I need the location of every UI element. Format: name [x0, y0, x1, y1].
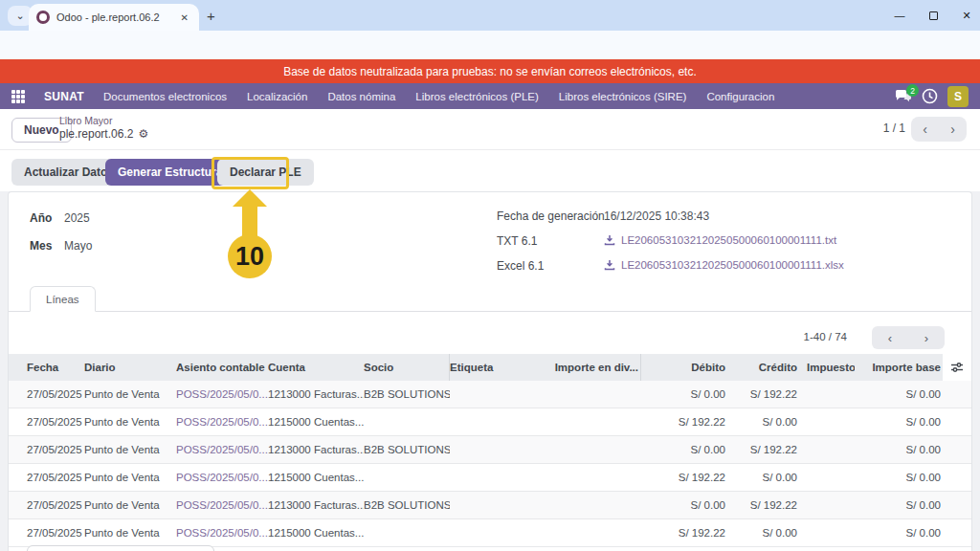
cell-cuenta: 1213000 Facturas...: [268, 444, 364, 455]
cell-credito: S/ 0.00: [727, 527, 799, 539]
cell-credito: S/ 192.22: [727, 388, 799, 400]
column-header-credito[interactable]: Crédito: [727, 362, 799, 373]
navbar-menu-item[interactable]: Configuracion: [706, 91, 774, 102]
navbar-menu: Documentos electronicosLocalizaciónDatos…: [103, 91, 876, 102]
column-header-etiqueta[interactable]: Etiqueta: [450, 362, 550, 373]
cell-asiento-link[interactable]: POSS/2025/05/0...: [176, 444, 268, 455]
table-row[interactable]: 27/05/2025 Punto de Venta POSS/2025/05/0…: [9, 408, 971, 436]
txt-file-label: TXT 6.1: [497, 234, 537, 248]
lines-pager-next-icon[interactable]: ›: [908, 326, 945, 349]
cell-credito: S/ 192.22: [727, 444, 799, 455]
excel-file-link[interactable]: LE2060531032120250500060100001111.xlsx: [604, 259, 844, 271]
cell-socio: B2B SOLUTIONS ...: [364, 499, 450, 511]
cell-credito: S/ 192.22: [727, 499, 799, 511]
chat-badge: 2: [906, 84, 919, 97]
record-pager-count: 1 / 1: [883, 121, 905, 135]
column-header-importe-base[interactable]: Importe base: [855, 362, 943, 373]
browser-titlebar: ⌄ Odoo - ple.report.06.2 ✕ + — ✕: [0, 0, 980, 31]
column-header-impuesto[interactable]: Impuesto: [799, 362, 855, 373]
month-value[interactable]: Mayo: [64, 239, 92, 253]
browser-tab[interactable]: Odoo - ple.report.06.2 ✕: [29, 4, 199, 31]
window-maximize-button[interactable]: [919, 5, 947, 26]
txt-file-link[interactable]: LE2060531032120250500060100001111.txt: [604, 234, 836, 246]
cell-diario: Punto de Venta: [84, 499, 176, 511]
column-header-diario[interactable]: Diario: [84, 362, 176, 373]
navbar-menu-item[interactable]: Libros electrónicos (SIRE): [559, 91, 687, 102]
navbar-menu-item[interactable]: Localización: [247, 91, 307, 102]
new-tab-button[interactable]: +: [207, 8, 215, 24]
cell-asiento-link[interactable]: POSS/2025/05/0...: [176, 472, 268, 483]
year-value[interactable]: 2025: [64, 211, 90, 225]
cell-importe-base: S/ 0.00: [855, 527, 943, 539]
cell-diario: Punto de Venta: [84, 472, 176, 483]
user-avatar[interactable]: S: [947, 86, 969, 107]
cell-importe-base: S/ 0.00: [855, 499, 943, 511]
month-label: Mes: [30, 239, 52, 253]
partial-next-row: [27, 545, 214, 551]
cell-fecha: 27/05/2025: [27, 527, 84, 539]
cell-diario: Punto de Venta: [84, 388, 176, 400]
table-header: Fecha Diario Asiento contable Cuenta Soc…: [9, 354, 971, 381]
column-header-cuenta[interactable]: Cuenta: [268, 362, 364, 373]
lines-pager-prev-icon[interactable]: ‹: [872, 326, 908, 349]
cell-fecha: 27/05/2025: [27, 499, 84, 511]
cell-credito: S/ 0.00: [727, 472, 799, 483]
navbar-menu-item[interactable]: Libros electrónicos (PLE): [415, 91, 538, 102]
record-settings-gear-icon[interactable]: ⚙: [138, 127, 148, 142]
table-row[interactable]: 27/05/2025 Punto de Venta POSS/2025/05/0…: [9, 519, 971, 547]
action-buttons-row: Actualizar Datos Generar Estructuras Dec…: [0, 150, 980, 191]
activities-clock-icon[interactable]: [922, 88, 938, 104]
cell-asiento-link[interactable]: POSS/2025/05/0...: [176, 416, 268, 428]
file-download-icon[interactable]: [604, 234, 615, 246]
column-header-socio[interactable]: Socio: [364, 354, 450, 381]
cell-debito: S/ 192.22: [641, 527, 727, 539]
tab-close-icon[interactable]: ✕: [178, 11, 191, 24]
cell-asiento-link[interactable]: POSS/2025/05/0...: [176, 388, 268, 400]
notebook-divider: [9, 311, 971, 312]
cell-cuenta: 1215000 Cuentas...: [268, 527, 364, 539]
cell-asiento-link[interactable]: POSS/2025/05/0...: [176, 499, 268, 511]
column-header-debito[interactable]: Débito: [641, 362, 727, 373]
cell-importe-base: S/ 0.00: [855, 444, 943, 455]
cell-debito: S/ 192.22: [641, 472, 727, 483]
cell-cuenta: 1213000 Facturas...: [268, 388, 364, 400]
lines-pager: ‹ ›: [872, 326, 945, 349]
window-minimize-button[interactable]: —: [885, 5, 914, 26]
lines-pager-count: 1-40 / 74: [804, 331, 847, 342]
table-row[interactable]: 27/05/2025 Punto de Venta POSS/2025/05/0…: [9, 381, 971, 408]
table-body: 27/05/2025 Punto de Venta POSS/2025/05/0…: [9, 381, 971, 547]
breadcrumb-active: ple.report.06.2: [59, 127, 133, 142]
column-header-importe-div[interactable]: Importe en div...: [550, 354, 641, 381]
cell-diario: Punto de Venta: [84, 416, 176, 428]
file-download-icon[interactable]: [604, 259, 615, 271]
column-header-asiento[interactable]: Asiento contable: [176, 362, 268, 373]
browser-toolbar: ← → ↻ democontable17.solse.pe/web#cids=1…: [0, 31, 980, 59]
column-settings-icon[interactable]: [943, 354, 971, 381]
navbar-menu-item[interactable]: Documentos electronicos: [103, 91, 227, 102]
cell-asiento-link[interactable]: POSS/2025/05/0...: [176, 527, 268, 539]
navbar-menu-item[interactable]: Datos nómina: [327, 91, 395, 102]
table-row[interactable]: 27/05/2025 Punto de Venta POSS/2025/05/0…: [9, 492, 971, 519]
cell-cuenta: 1215000 Cuentas...: [268, 472, 364, 483]
table-row[interactable]: 27/05/2025 Punto de Venta POSS/2025/05/0…: [9, 464, 971, 492]
cell-socio: B2B SOLUTIONS ...: [364, 444, 450, 455]
annotation-arrow-shaft: [242, 206, 257, 237]
window-close-button[interactable]: ✕: [952, 5, 980, 26]
tab-lineas[interactable]: Líneas: [30, 286, 96, 312]
chat-icon[interactable]: 2: [895, 89, 912, 103]
cell-socio: B2B SOLUTIONS ...: [364, 388, 450, 400]
breadcrumb-parent[interactable]: Libro Mayor: [59, 115, 148, 127]
record-pager-next-icon[interactable]: ›: [939, 117, 967, 142]
control-panel: Nuevo Libro Mayor ple.report.06.2 ⚙ 1 / …: [0, 109, 980, 150]
breadcrumb: Libro Mayor ple.report.06.2 ⚙: [59, 115, 148, 142]
app-brand[interactable]: SUNAT: [44, 90, 84, 103]
annotation-step-badge: 10: [228, 234, 272, 278]
apps-grid-icon[interactable]: [11, 90, 25, 103]
cell-fecha: 27/05/2025: [27, 472, 84, 483]
table-row[interactable]: 27/05/2025 Punto de Venta POSS/2025/05/0…: [9, 436, 971, 464]
cell-cuenta: 1215000 Cuentas...: [268, 416, 364, 428]
app-navbar: SUNAT Documentos electronicosLocalizació…: [0, 83, 980, 109]
record-pager-prev-icon[interactable]: ‹: [911, 117, 939, 142]
cell-debito: S/ 192.22: [641, 416, 727, 428]
column-header-fecha[interactable]: Fecha: [27, 362, 84, 373]
